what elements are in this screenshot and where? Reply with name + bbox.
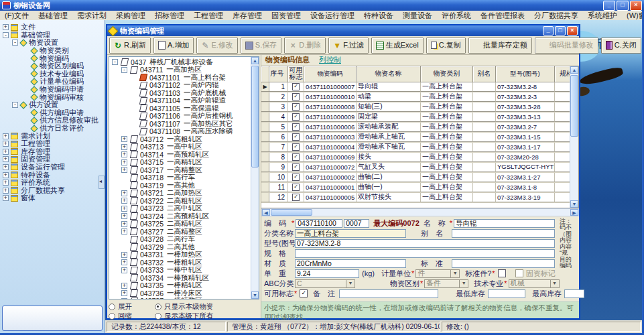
column-control-link[interactable]: 列控制 (319, 55, 341, 65)
expand-icon[interactable]: + (3, 188, 9, 194)
menu-item[interactable]: 特种设备 (359, 11, 398, 21)
menu-item[interactable]: 备件管理报表 (476, 11, 529, 21)
sidebar-item[interactable]: + 库存管理 (0, 148, 105, 156)
sidebar-item[interactable]: + 工程管理 (0, 140, 105, 148)
toolbar-button[interactable]: A.增加 (153, 38, 194, 54)
spec-field[interactable] (295, 249, 555, 258)
tree-item[interactable]: 04371107 一高加热区其它 (111, 120, 259, 128)
expand-icon[interactable]: + (3, 133, 9, 139)
expand-icon[interactable]: + (3, 156, 9, 162)
sidebar-item[interactable]: 计量单位编码 (0, 78, 105, 86)
toolbar-button[interactable]: S.保存 (241, 38, 281, 54)
menu-item[interactable]: 测量设备 (398, 11, 437, 21)
menu-item[interactable]: (F)文件 (0, 11, 34, 21)
tree-item[interactable]: + 043736 一棒冷床区 (111, 289, 259, 297)
model-field[interactable]: 07-323M3.2-8 (295, 239, 555, 248)
grid-scrollbar[interactable]: ▲ ▼ (570, 66, 578, 208)
expand-icon[interactable]: - (112, 59, 118, 65)
tree-item[interactable]: + 043733 一棒中轧区 (111, 267, 259, 275)
expand-icon[interactable]: + (3, 164, 9, 170)
expand-icon[interactable]: + (121, 136, 127, 142)
code-suffix-field[interactable]: 0007 (344, 219, 369, 228)
expand-icon[interactable]: + (121, 198, 127, 204)
table-row[interactable]: 12 ✓ 04371101000005 双肘节接头 一高上料台架 07-323M… (261, 193, 578, 203)
menu-item[interactable]: 工程管理 (189, 11, 228, 21)
sidebar-item[interactable]: 物资类别 (0, 47, 105, 55)
toolbar-button[interactable]: C.关闭 (601, 38, 641, 54)
sidebar-item[interactable]: + 固资管理 (0, 155, 105, 163)
table-row[interactable]: 9 ✓ 04371101000072 气缸叉头 一高上料台架 YGSLTJQGC… (261, 163, 578, 173)
radio-icon[interactable] (155, 313, 162, 320)
scroll-up-icon[interactable]: ▲ (251, 57, 259, 64)
expand-icon[interactable]: + (121, 213, 127, 219)
show-all-option[interactable]: 显示本级下所有 (155, 312, 214, 321)
tree-item[interactable]: 04371103 一高炉底机械 (111, 89, 259, 97)
row-checkbox[interactable]: ✓ (292, 184, 300, 191)
sidebar-item[interactable]: 物资编码 (0, 54, 105, 62)
restore-icon[interactable]: □ (617, 1, 629, 11)
max-stock-field[interactable] (564, 289, 584, 298)
tree-item[interactable]: - 0437 棒线厂机械非标设备 (111, 58, 259, 66)
col-avail[interactable]: 可用标志 (288, 66, 304, 82)
tree-item[interactable]: 043718 一高行车 (111, 174, 259, 182)
sidebar-item[interactable]: 技术专业编码 (0, 70, 105, 78)
abc-select[interactable]: C▼ (295, 279, 355, 288)
row-checkbox[interactable]: ✓ (292, 153, 300, 161)
menu-item[interactable]: 采购管理 (111, 11, 150, 21)
sidebar-item[interactable]: - 基础管理 (0, 31, 105, 40)
mdi-minimize-icon[interactable]: _ (543, 26, 554, 36)
standard-field[interactable] (452, 259, 555, 268)
avail-checkbox[interactable]: ✓ (300, 289, 308, 297)
row-checkbox[interactable]: ✓ (292, 163, 300, 171)
sidebar-item[interactable]: + 分厂数据共享 (0, 186, 105, 194)
table-row[interactable]: 6 ✓ 04371101000003 滑动轴承上轴瓦 一高上料台架 07-323… (261, 133, 578, 143)
expand-icon[interactable]: + (3, 172, 9, 178)
sidebar-item[interactable]: + 特种设备 (0, 171, 105, 179)
expand-option[interactable]: 展开 (109, 302, 132, 312)
sidebar-item[interactable]: + 设备运行管理 (0, 163, 105, 172)
sidebar-item[interactable]: + 评价系统 (0, 179, 105, 187)
sidebar-item[interactable]: - 物资设置 (0, 39, 105, 47)
tree-item[interactable]: 043729 二高其他 (111, 243, 259, 251)
scrollbar-thumb[interactable] (251, 66, 259, 168)
tree-item[interactable]: + 043724 二高预精轧区 (111, 212, 259, 220)
tree-item[interactable]: + 043727 二高精整区 (111, 228, 259, 236)
expand-icon[interactable]: + (121, 144, 127, 150)
row-checkbox[interactable]: ✓ (292, 113, 300, 121)
sidebar-item[interactable]: 物资区别编码 (0, 62, 105, 70)
sidebar-item[interactable]: 供方日常评价 (0, 125, 105, 133)
name-field[interactable]: 导向辊 (454, 219, 555, 228)
row-checkbox[interactable]: ✓ (292, 194, 300, 201)
toolbar-button[interactable]: C.复制 (426, 38, 466, 54)
unit-select[interactable]: 件▼ (415, 269, 460, 278)
expand-icon[interactable]: + (3, 141, 9, 147)
scroll-down-icon[interactable]: ▼ (570, 200, 578, 208)
col-cat[interactable]: 物资类别 (421, 66, 473, 82)
note-field[interactable] (339, 289, 438, 298)
table-row[interactable]: 10 ✓ 04371101000002 曲轴(二) 一高上料台架 07-323M… (261, 173, 578, 183)
scroll-right-icon[interactable]: ▶ (570, 209, 578, 216)
sidebar-item[interactable]: + 窗体 (0, 194, 105, 202)
toolbar-button[interactable]: D.删除 (284, 38, 326, 54)
tree-item[interactable]: 04371105 一高保温辊 (111, 105, 259, 113)
scroll-up-icon[interactable]: ▲ (570, 66, 578, 74)
expand-icon[interactable]: + (3, 195, 9, 201)
radio-icon[interactable] (155, 304, 162, 310)
table-row[interactable]: 7 ✓ 04371101000004 滑动轴承下轴瓦 一高上料台架 07-323… (261, 143, 578, 153)
expand-icon[interactable]: + (121, 290, 127, 296)
scrollbar-thumb[interactable] (271, 209, 312, 216)
mdi-close-icon[interactable]: × (567, 26, 578, 36)
toolbar-button[interactable]: F.过滤 (328, 38, 369, 54)
sidebar-item[interactable]: + 文件 (0, 23, 105, 31)
menu-item[interactable]: (W)窗口 (622, 11, 644, 21)
sidebar-item[interactable]: 物资编码审核 (0, 93, 105, 101)
tree-item[interactable]: + 043725 二高精轧区 (111, 220, 259, 228)
table-row[interactable]: 5 ✓ 04371101000006 滚动轴承装配 一高上料台架 07-323M… (261, 123, 578, 133)
expand-icon[interactable]: + (121, 206, 127, 212)
row-checkbox[interactable]: ✓ (292, 103, 300, 111)
tree-item[interactable]: 04371101 一高上料台架 (111, 74, 259, 82)
table-row[interactable]: 11 ✓ 04371101000001 曲轴(一) 一高上料台架 07-323M… (261, 183, 578, 193)
tree-item[interactable]: + 043712 一高粗轧区 (111, 135, 259, 143)
tree-item[interactable]: - 043711 一高加热区 (111, 66, 259, 74)
row-checkbox[interactable]: ✓ (292, 133, 300, 141)
